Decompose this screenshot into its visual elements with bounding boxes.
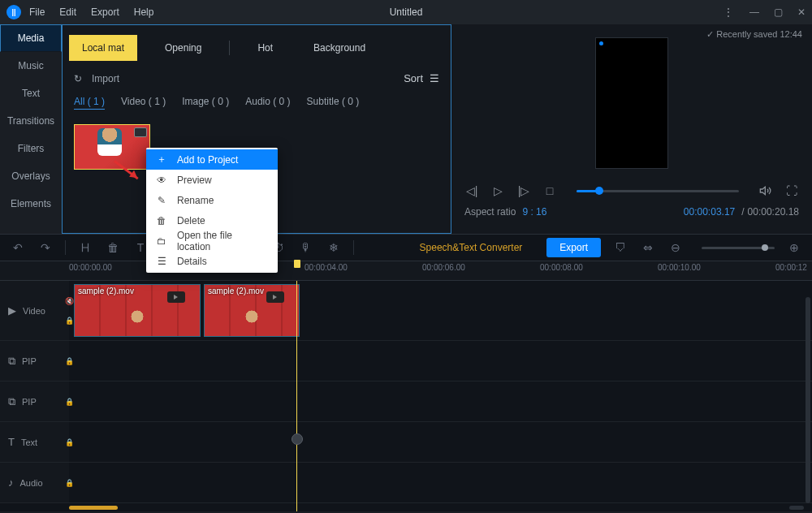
time-current: 00:00:03.17: [684, 206, 735, 218]
shield-icon[interactable]: ⛉: [612, 239, 628, 256]
prev-frame-icon[interactable]: ◁|: [464, 183, 479, 198]
ctx-details[interactable]: ☰Details: [146, 251, 278, 271]
track-pip-1: ⧉ PIP 🔒: [0, 341, 812, 382]
sort-list-icon[interactable]: ☰: [430, 72, 439, 84]
ctx-preview[interactable]: 👁Preview: [146, 170, 278, 190]
track-audio: ♪ Audio 🔒: [0, 463, 812, 503]
more-icon[interactable]: ⋮: [723, 6, 735, 19]
nav-music[interactable]: Music: [0, 52, 62, 80]
stop-icon[interactable]: □: [542, 183, 557, 198]
fit-icon[interactable]: ⇔: [640, 239, 656, 256]
zoom-out-icon[interactable]: ⊖: [667, 239, 684, 256]
side-nav: Media Music Text Transitions Filters Ove…: [0, 24, 62, 234]
export-button[interactable]: Export: [546, 238, 601, 257]
media-thumbnail[interactable]: [74, 124, 150, 170]
lock-icon[interactable]: 🔒: [65, 479, 74, 487]
eye-icon: 👁: [156, 175, 167, 186]
mute-icon[interactable]: 🔇: [65, 297, 74, 305]
filter-subtitle[interactable]: Subtitle ( 0 ): [307, 96, 360, 110]
filter-all[interactable]: All ( 1 ): [74, 96, 105, 110]
lock-icon[interactable]: 🔒: [65, 398, 74, 406]
menu-export[interactable]: Export: [91, 6, 119, 18]
tab-local-mat[interactable]: Local mat: [69, 35, 137, 61]
playhead-grip[interactable]: [292, 433, 303, 445]
track-body-audio[interactable]: 🔒: [69, 463, 812, 502]
menu-file[interactable]: File: [29, 6, 45, 18]
menu-edit[interactable]: Edit: [59, 6, 76, 18]
ctx-open-location[interactable]: 🗀Open the file location: [146, 231, 278, 251]
nav-text[interactable]: Text: [0, 80, 62, 107]
lock-icon[interactable]: 🔒: [65, 438, 74, 446]
ctx-add-to-project[interactable]: ＋Add to Project: [146, 149, 278, 170]
timeline-scrollbar[interactable]: [69, 506, 118, 510]
track-head-pip[interactable]: ⧉ PIP: [0, 341, 69, 381]
nav-overlays[interactable]: Overlays: [0, 162, 62, 190]
filter-audio[interactable]: Audio ( 0 ): [245, 96, 290, 110]
tab-opening[interactable]: Opening: [152, 35, 214, 61]
volume-icon[interactable]: [758, 183, 773, 198]
speech-text-converter[interactable]: Speech&Text Converter: [420, 242, 523, 253]
tab-background[interactable]: Background: [300, 35, 378, 61]
delete-icon[interactable]: 🗑: [105, 239, 121, 256]
playback-slider[interactable]: [577, 190, 739, 192]
ruler-tick: 00:00:08.00: [540, 263, 583, 272]
lock-icon[interactable]: 🔒: [65, 317, 74, 325]
pip-track-icon: ⧉: [8, 395, 15, 408]
undo-icon[interactable]: ↶: [10, 239, 26, 256]
nav-media[interactable]: Media: [0, 24, 62, 52]
document-title: Untitled: [390, 6, 423, 18]
track-pip-2: ⧉ PIP 🔒: [0, 382, 812, 422]
track-body-video[interactable]: 🔇🔒 sample (2).mov sample (2).mov: [69, 281, 812, 340]
main-menu: File Edit Export Help: [29, 6, 153, 18]
aspect-label: Aspect ratio: [464, 206, 516, 218]
ctx-delete[interactable]: 🗑Delete: [146, 210, 278, 231]
maximize-icon[interactable]: ▢: [774, 6, 783, 18]
timeline-ruler[interactable]: 00:00:00.00 00:00:02.00 00:00:04.00 00:0…: [0, 261, 812, 281]
menu-help[interactable]: Help: [134, 6, 154, 18]
split-icon[interactable]: [77, 239, 93, 256]
audio-track-icon: ♪: [8, 476, 14, 489]
track-head-video[interactable]: ▶ Video: [0, 281, 69, 340]
voiceover-icon[interactable]: 🎙: [298, 239, 314, 256]
track-head-pip[interactable]: ⧉ PIP: [0, 382, 69, 421]
next-frame-icon[interactable]: |▷: [516, 183, 531, 198]
fullscreen-icon[interactable]: ⛶: [784, 183, 799, 198]
sort-button[interactable]: Sort: [404, 72, 423, 84]
close-icon[interactable]: ✕: [797, 6, 806, 18]
minimize-icon[interactable]: —: [749, 6, 759, 18]
tab-hot[interactable]: Hot: [244, 35, 286, 61]
refresh-icon[interactable]: ↻: [74, 73, 82, 84]
track-body-text[interactable]: 🔒: [69, 422, 812, 462]
video-clip[interactable]: sample (2).mov: [204, 284, 300, 337]
ruler-tick: 00:00:06.00: [422, 263, 465, 272]
nav-transitions[interactable]: Transitions: [0, 107, 62, 135]
ctx-rename[interactable]: ✎Rename: [146, 190, 278, 210]
recently-saved-label: Recently saved 12:44: [706, 29, 802, 40]
freeze-icon[interactable]: ❄: [326, 239, 342, 256]
track-head-audio[interactable]: ♪ Audio: [0, 463, 69, 502]
video-clip[interactable]: sample (2).mov: [74, 284, 201, 337]
playhead-marker[interactable]: [294, 260, 300, 268]
nav-filters[interactable]: Filters: [0, 135, 62, 162]
video-track-icon: ▶: [8, 304, 16, 317]
track-body-pip[interactable]: 🔒: [69, 341, 812, 381]
filter-video[interactable]: Video ( 1 ): [121, 96, 166, 110]
slider-thumb[interactable]: [595, 187, 603, 195]
zoom-in-icon[interactable]: ⊕: [786, 239, 802, 256]
video-preview[interactable]: [595, 37, 668, 169]
play-icon[interactable]: ▷: [490, 183, 505, 198]
vertical-scrollbar[interactable]: [806, 297, 810, 503]
lock-icon[interactable]: 🔒: [65, 357, 74, 365]
import-button[interactable]: Import: [92, 73, 119, 84]
ruler-tick: 00:00:00.00: [69, 263, 112, 272]
aspect-value[interactable]: 9 : 16: [522, 206, 546, 218]
media-tabs: Local mat Opening Hot Background: [63, 25, 451, 67]
redo-icon[interactable]: ↷: [37, 239, 54, 256]
track-body-pip[interactable]: 🔒: [69, 382, 812, 421]
zoom-thumb[interactable]: [762, 244, 768, 251]
horizontal-scrollbar-right[interactable]: [789, 506, 804, 510]
nav-elements[interactable]: Elements: [0, 190, 62, 218]
zoom-slider[interactable]: [702, 247, 775, 249]
track-head-text[interactable]: T Text: [0, 422, 69, 462]
filter-image[interactable]: Image ( 0 ): [182, 96, 229, 110]
